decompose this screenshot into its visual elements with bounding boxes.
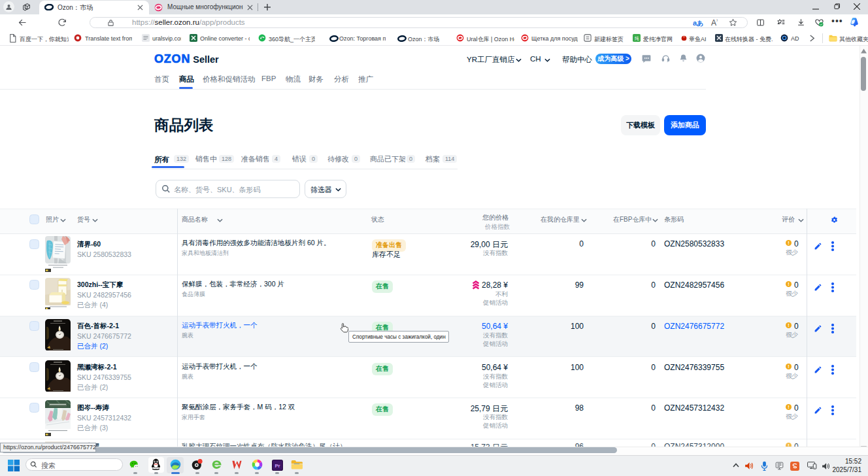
svg-text:纯: 纯 [635, 36, 639, 41]
svg-text:Pr: Pr [275, 463, 280, 469]
